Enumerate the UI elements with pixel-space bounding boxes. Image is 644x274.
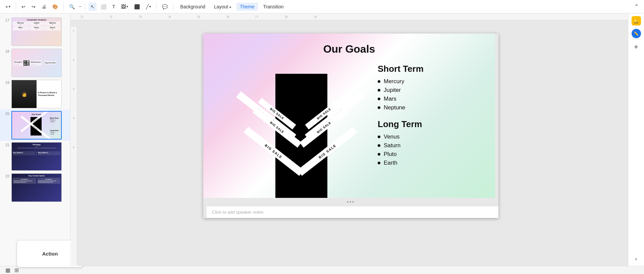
slide-thumb-22: Key Action Items 1st quarter 2d quarter [11,173,62,202]
bullet-dot-6 [378,144,380,147]
action-label: Action [42,251,58,257]
action-button[interactable]: Action [17,240,70,266]
filmstrip-view-button[interactable]: ▦ [4,266,12,274]
long-term-item-saturn: Saturn [378,142,485,149]
ruler-v-2: 2 [73,58,74,87]
theme-button[interactable]: Theme [236,3,258,11]
paint-icon: 🎨 [52,4,58,9]
view-buttons: ▦ ⊞ [4,266,20,274]
undo-button[interactable]: ↩ [19,3,28,11]
textbox-button[interactable]: T [110,3,117,11]
slide-thumb-17: Competitor Analysis Mercury☿ Jupiter♃ Ne… [11,17,62,46]
select-button[interactable]: ⬜ [99,3,108,11]
slide-canvas-wrapper[interactable]: Our Goals BIG SALE BIG SALE BIG SALE BIG… [203,34,498,218]
long-term-venus: Venus [384,133,399,140]
long-term-earth: Earth [384,160,397,166]
ruler-tick-6: 6 [226,15,256,18]
thumb-22-title: Key Action Items [29,175,45,177]
sidebar-add-button[interactable]: + [631,42,642,52]
ruler-tick-2: 2 [110,15,139,18]
slide-number-17: 17 [3,17,9,22]
add-slide-button[interactable]: + ▾ [3,3,12,11]
textbox-icon: T [112,4,115,9]
slide-item-20[interactable]: 20 Our Goals BIG SALE BIG SALE Short Ter… [0,110,70,141]
separator-3 [85,3,85,11]
notification-blue[interactable]: ✏️ [632,29,641,38]
layout-button[interactable]: Layout ▾ [211,3,234,11]
edit-icon: ✏️ [634,31,639,36]
slide-number-20: 20 [3,111,9,116]
ruler-tick-1: 1 [80,15,110,18]
separator-4 [156,3,157,11]
grid-view-button[interactable]: ⊞ [13,266,20,274]
slide-number-22: 22 [3,173,9,178]
short-term-neptune: Neptune [384,104,405,111]
bullet-dot-3 [378,98,380,100]
separator-2 [63,3,64,11]
filmstrip-icon: ▦ [5,267,10,273]
bullet-dot-1 [378,80,380,83]
short-term-item-neptune: Neptune [378,104,485,111]
pointer-button[interactable]: ↖ [89,3,97,11]
ruler-tick-4: 4 [168,15,197,18]
print-icon: 🖨 [42,4,46,9]
background-button[interactable]: Background [177,3,209,11]
speaker-notes-placeholder: Click to add speaker notes [212,210,263,215]
slide-number-18: 18 [3,49,9,53]
ruler-tick-3: 3 [139,15,168,18]
ruler-tick-7: 7 [256,15,285,18]
shape-button[interactable]: ⬛ [132,3,142,11]
redo-icon: ↪ [32,4,36,9]
slide-item-17[interactable]: 17 Competitor Analysis Mercury☿ Jupiter♃… [0,16,70,47]
slide-number-21: 21 [3,142,9,147]
collapse-button[interactable]: ⌃ [632,2,641,11]
image-button[interactable]: 🖼 ▾ [119,3,130,11]
zoom-out-button[interactable]: 🔍 [67,3,77,11]
transition-button[interactable]: Transition [260,3,287,11]
slide-item-21[interactable]: 21 Strategy Goal - - - - - - Key Action … [0,141,70,172]
paint-format-button[interactable]: 🎨 [50,3,60,11]
slide-item-19[interactable]: 19 👩 A Picture Is Worth a Thousand Words [0,78,70,110]
sidebar-expand-button[interactable]: › [633,255,639,263]
slide-panel: 17 Competitor Analysis Mercury☿ Jupiter♃… [0,13,70,266]
redo-button[interactable]: ↪ [30,3,38,11]
short-term-mercury: Mercury [384,78,404,85]
bullet-dot-7 [378,153,380,156]
main-slide: Our Goals BIG SALE BIG SALE BIG SALE BIG… [203,34,495,198]
line-button[interactable]: ╱ ▾ [144,3,153,11]
ruler-v-4: 4 [73,116,74,145]
right-sidebar: 🔔 ✏️ + › [628,13,644,266]
slide-handle[interactable]: ••• [203,198,498,206]
slide-item-22[interactable]: 22 Key Action Items 1st quarter 2d qu [0,172,70,203]
add-icon: + [5,4,8,9]
slide-thumb-20: Our Goals BIG SALE BIG SALE Short Term •… [11,111,62,140]
zoom-out-icon: 🔍 [69,4,75,9]
ruler-v-3: 3 [73,87,74,116]
zoom-level: − [79,4,82,9]
bottom-bar: ▦ ⊞ [0,266,644,274]
slide-number-19: 19 [3,80,9,85]
undo-icon: ↩ [21,4,25,9]
notification-icon: 🔔 [633,18,639,23]
long-term-saturn: Saturn [384,142,400,149]
slide-item-18[interactable]: 18 SWOT Analysis Strengths — — — S W O T [0,47,70,78]
layout-arrow-icon: ▾ [229,5,231,9]
bullet-dot-2 [378,89,380,92]
bullet-dot-8 [378,162,380,164]
ruler-vertical: 1 2 3 4 5 [70,27,77,266]
long-term-item-venus: Venus [378,133,485,140]
ribbons-container: BIG SALE BIG SALE BIG SALE BIG SALE BIG … [235,80,366,174]
comment-button[interactable]: 💬 [160,3,170,11]
main-area: 17 Competitor Analysis Mercury☿ Jupiter♃… [0,13,644,266]
print-button[interactable]: 🖨 [40,3,48,11]
line-arrow: ▾ [149,5,151,8]
speaker-notes[interactable]: Click to add speaker notes [207,206,498,218]
thumb-17-title: Competitor Analysis [13,19,60,21]
notification-yellow[interactable]: 🔔 [632,16,641,25]
canvas-area: 1 2 3 4 5 6 7 8 9 1 2 3 4 5 [70,13,628,266]
ruler-h-content: 1 2 3 4 5 6 7 8 9 [80,15,343,18]
select-icon: ⬜ [101,4,106,9]
slide-thumb-21: Strategy Goal - - - - - - Key Action 1 —… [11,142,62,171]
line-icon: ╱ [146,4,149,9]
long-term-list: Venus Saturn Pluto [378,133,485,166]
